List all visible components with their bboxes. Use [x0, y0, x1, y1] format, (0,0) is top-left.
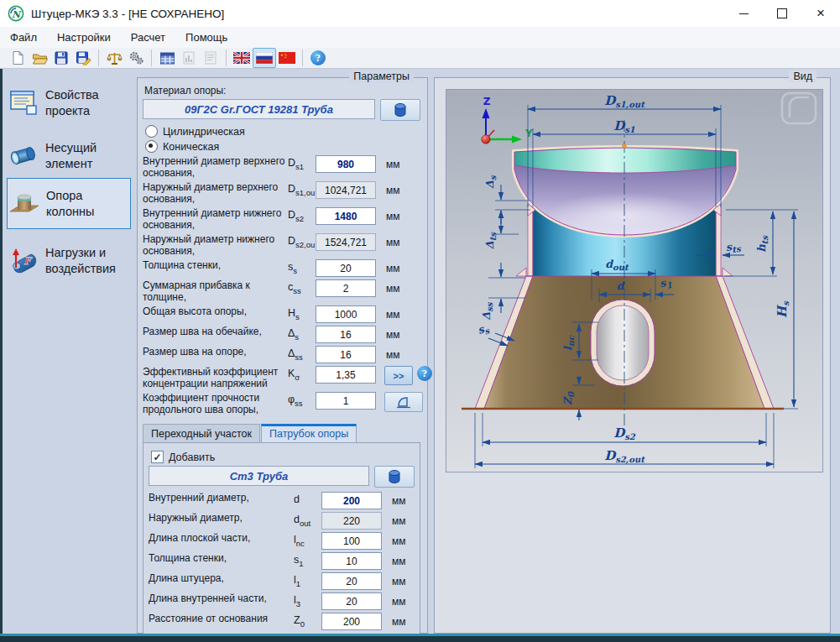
window-title: Штуцер-МКЭ 3.3 - [НЕ СОХРАНЕНО]	[31, 8, 224, 20]
nozzle-row-dout: Наружный диаметр, dout мм	[149, 512, 415, 530]
sub-tabs: Переходный участок Патрубок опоры	[143, 424, 420, 442]
loads-icon: F	[7, 246, 40, 276]
minimize-button[interactable]	[724, 0, 763, 27]
nozzle-row-l3: Длина внутренней части, l3 мм	[149, 592, 415, 610]
new-file-button[interactable]	[7, 49, 29, 67]
nozzle-z0-input[interactable]	[321, 613, 382, 630]
nozzle-d-input[interactable]	[321, 492, 382, 509]
parameters-legend: Параметры	[349, 70, 414, 82]
delta-s-input[interactable]	[316, 326, 376, 343]
sidebar-item-project-properties[interactable]: Свойства проекта	[7, 80, 131, 127]
ds2-input[interactable]	[316, 207, 376, 225]
close-button[interactable]: ×	[801, 0, 840, 27]
nozzle-row-s1: Толщина стенки, s1 мм	[149, 552, 415, 570]
delta-ss-input[interactable]	[316, 346, 376, 363]
nozzle-s1-input[interactable]	[321, 552, 382, 570]
maximize-icon	[777, 8, 787, 18]
column-support-icon	[8, 189, 41, 219]
menu-file[interactable]: Файл	[0, 27, 47, 48]
sidebar-item-column-support[interactable]: Опора колонны	[7, 178, 131, 229]
app-logo-icon: N	[8, 5, 24, 22]
tab-support-nozzle[interactable]: Патрубок опоры	[261, 424, 357, 442]
param-row-ds2out: Наружный диаметр нижнего основания, Ds2,…	[143, 233, 420, 257]
report-button	[178, 49, 200, 67]
china-flag-icon	[279, 52, 295, 64]
document-button	[200, 49, 222, 67]
nozzle-row-lnc: Длина плоской части, lnc мм	[149, 532, 415, 550]
nozzle-row-d: Внутренний диаметр, d мм	[149, 492, 415, 509]
z-axis-label: Z	[483, 96, 491, 107]
calculation-table-button[interactable]	[156, 49, 178, 67]
radio-conical[interactable]: Коническая	[145, 140, 420, 153]
help-icon: ?	[310, 50, 326, 65]
dim-d: d	[617, 279, 625, 292]
param-row-ksigma: Эффективный коэффициент концентрации нап…	[143, 366, 420, 389]
tab-transition-section[interactable]: Переходный участок	[143, 424, 260, 442]
radio-conical-circle	[145, 140, 158, 153]
add-nozzle-checkbox[interactable]: ✓ Добавить	[151, 451, 415, 463]
param-row-css: Суммарная прибавка к толщине, css мм	[143, 279, 420, 303]
support-nozzle-panel: ✓ Добавить Ст3 Труба Внутренний диаметр,…	[143, 442, 420, 637]
menu-calculation[interactable]: Расчет	[121, 27, 175, 48]
save-as-icon	[76, 50, 91, 65]
new-file-icon	[10, 50, 25, 65]
close-icon: ×	[817, 5, 825, 22]
sidebar-item-loads[interactable]: F Нагрузки и воздействия	[7, 237, 131, 284]
param-row-delta-s: Размер шва на обечайке, Δs мм	[143, 326, 420, 343]
support-material-field: 09Г2С Gr.ГОСТ 19281 Труба	[143, 99, 375, 119]
save-button[interactable]	[50, 49, 72, 67]
radio-cylindrical[interactable]: Цилиндрическая	[145, 125, 420, 138]
menu-settings[interactable]: Настройки	[47, 27, 121, 48]
save-icon	[54, 50, 69, 65]
nozzle-material-picker-button[interactable]	[374, 466, 415, 488]
save-as-button[interactable]	[72, 49, 94, 67]
support-material-label: Материал опоры:	[144, 85, 420, 97]
project-properties-icon	[7, 88, 40, 118]
help-button[interactable]: ?	[307, 49, 329, 67]
ds2out-input	[316, 233, 376, 251]
ksigma-more-button[interactable]: >>	[384, 366, 413, 385]
scales-icon	[107, 50, 123, 65]
param-row-phi-ss: Коэффициент прочности продольного шва оп…	[143, 392, 420, 415]
ksigma-help-icon[interactable]: ?	[417, 366, 432, 381]
title-bar: N Штуцер-МКЭ 3.3 - [НЕ СОХРАНЕНО] ×	[0, 0, 840, 27]
y-axis-label: Y	[524, 128, 533, 139]
units-button[interactable]	[103, 49, 125, 67]
nozzle-row-z0: Расстояние от основания Z0 мм	[149, 613, 415, 630]
phi-ss-input[interactable]	[316, 392, 376, 410]
nozzle-l1-input[interactable]	[321, 572, 382, 590]
language-english-button[interactable]	[231, 49, 253, 67]
language-russian-button[interactable]	[253, 48, 276, 68]
material-cylinder-icon	[388, 469, 401, 484]
russia-flag-icon	[256, 52, 273, 64]
open-folder-icon	[32, 50, 48, 65]
support-material-picker-button[interactable]	[380, 99, 420, 121]
word-document-icon	[203, 50, 218, 65]
ksigma-input[interactable]	[316, 366, 376, 384]
3d-viewport[interactable]: Z Y	[446, 89, 823, 472]
menu-help[interactable]: Помощь	[175, 27, 237, 48]
uk-flag-icon	[233, 52, 250, 64]
toolbar: ?	[0, 48, 840, 69]
weld-seam-button[interactable]	[384, 392, 423, 412]
open-file-button[interactable]	[29, 49, 50, 67]
hs-input[interactable]	[316, 305, 376, 323]
sidebar-item-bearing-element[interactable]: Несущий элемент	[7, 134, 131, 178]
ds1out-input	[316, 181, 376, 199]
checkbox-check-icon: ✓	[151, 451, 164, 463]
report-icon	[181, 50, 196, 65]
language-chinese-button[interactable]	[276, 49, 298, 67]
window-bottom-border	[0, 636, 840, 642]
param-row-delta-ss: Размер шва на опоре, Δss мм	[143, 346, 420, 363]
settings-button[interactable]	[125, 49, 147, 67]
ss-input[interactable]	[316, 259, 376, 277]
view-groupbox: Вид	[434, 77, 831, 634]
maximize-button[interactable]	[763, 0, 801, 27]
ds1-input[interactable]	[316, 155, 376, 173]
param-row-ss: Толщина стенки, ss мм	[143, 259, 420, 277]
css-input[interactable]	[316, 279, 376, 297]
nozzle-lnc-input[interactable]	[321, 532, 382, 550]
nozzle-l3-input[interactable]	[321, 592, 382, 610]
toolbar-separator	[151, 50, 152, 66]
minimize-icon	[739, 13, 749, 14]
